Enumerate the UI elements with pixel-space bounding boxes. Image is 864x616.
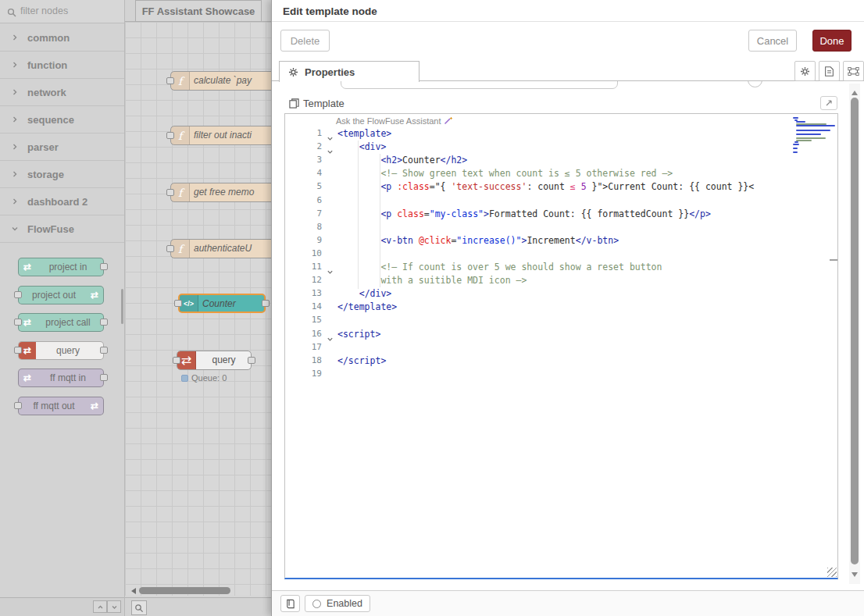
canvas-footer bbox=[125, 597, 271, 616]
palette-category-storage[interactable]: storage bbox=[0, 161, 124, 188]
flow-node-filter-out-inacti[interactable]: ffilter out inacti bbox=[170, 126, 271, 145]
node-port[interactable] bbox=[14, 347, 22, 354]
line-number: 3 bbox=[285, 155, 322, 165]
code-text: with a suitible MDI icon —> bbox=[337, 275, 527, 286]
delete-button[interactable]: Delete bbox=[280, 30, 330, 52]
scroll-up-arrow-icon[interactable] bbox=[852, 87, 858, 95]
document-icon bbox=[824, 66, 834, 77]
node-red-workspace: filter nodes commonfunctionnetworksequen… bbox=[0, 0, 864, 616]
palette-category-label: FlowFuse bbox=[27, 223, 74, 235]
dialog-scrollbar[interactable] bbox=[849, 84, 860, 584]
code-icon: </> bbox=[180, 295, 198, 312]
node-port[interactable] bbox=[14, 291, 22, 298]
cancel-button[interactable]: Cancel bbox=[748, 30, 797, 52]
code-text: </div> bbox=[337, 288, 391, 299]
node-port[interactable] bbox=[248, 357, 255, 364]
done-button[interactable]: Done bbox=[812, 30, 852, 52]
tab-properties[interactable]: Properties bbox=[279, 61, 420, 82]
flow-node-label: Counter bbox=[202, 295, 261, 312]
expand-all-button[interactable] bbox=[107, 600, 121, 613]
code-text: <template> bbox=[337, 128, 391, 139]
node-port[interactable] bbox=[166, 189, 174, 196]
code-text: </script> bbox=[337, 355, 386, 366]
line-number: 10 bbox=[285, 248, 322, 258]
flow-canvas[interactable]: FF Assistant Showcase fcalculate `payffi… bbox=[125, 0, 271, 616]
expand-editor-button[interactable] bbox=[820, 96, 837, 110]
zoom-search-button[interactable] bbox=[131, 600, 147, 615]
line-number: 15 bbox=[285, 315, 322, 325]
line-number: 8 bbox=[285, 222, 322, 232]
template-code-editor[interactable]: Ask the FlowFuse Assistant 1<template>2 … bbox=[284, 113, 838, 579]
flow-node-calculate-pay[interactable]: fcalculate `pay bbox=[170, 71, 271, 91]
node-port[interactable] bbox=[100, 347, 108, 354]
palette-node-label: query bbox=[19, 342, 103, 359]
node-port[interactable] bbox=[166, 245, 174, 252]
flow-tab[interactable]: FF Assistant Showcase bbox=[135, 0, 262, 22]
palette-filter-input[interactable]: filter nodes bbox=[0, 0, 124, 23]
code-line: 8 bbox=[285, 221, 837, 234]
palette-category-dashboard-2[interactable]: dashboard 2 bbox=[0, 188, 124, 215]
palette-category-flowfuse[interactable]: FlowFuse bbox=[0, 215, 124, 243]
library-button[interactable] bbox=[280, 595, 300, 612]
palette-category-sequence[interactable]: sequence bbox=[0, 106, 124, 134]
partial-name-input[interactable] bbox=[341, 81, 618, 89]
palette-node-query[interactable]: ⇄query bbox=[18, 341, 104, 360]
node-port[interactable] bbox=[174, 300, 182, 307]
dialog-footer: Enabled bbox=[272, 590, 864, 616]
canvas-horizontal-scrollbar[interactable] bbox=[139, 587, 230, 594]
flow-node-query[interactable]: ⇄query bbox=[177, 351, 252, 370]
palette-node-ff-mqtt-out[interactable]: ⇄ff mqtt out bbox=[18, 397, 104, 415]
palette-node-project-call[interactable]: ⇄project call bbox=[18, 313, 104, 332]
partial-help-button[interactable] bbox=[748, 81, 762, 87]
node-palette: filter nodes commonfunctionnetworksequen… bbox=[0, 0, 125, 616]
palette-node-label: project call bbox=[19, 314, 103, 331]
node-port[interactable] bbox=[166, 132, 174, 139]
palette-node-ff-mqtt-in[interactable]: ⇄ff mqtt in bbox=[18, 369, 104, 387]
node-port[interactable] bbox=[100, 374, 108, 381]
flow-node-get-free-memo[interactable]: fget free memo bbox=[170, 183, 271, 202]
enabled-toggle-button[interactable]: Enabled bbox=[305, 595, 370, 612]
palette-categories: commonfunctionnetworksequenceparserstora… bbox=[0, 24, 124, 243]
chevron-right-icon bbox=[11, 87, 19, 98]
editor-resize-grip[interactable] bbox=[827, 568, 837, 577]
code-line: 3 <h2>Counter</h2> bbox=[285, 154, 837, 167]
node-port[interactable] bbox=[100, 319, 108, 326]
palette-category-network[interactable]: network bbox=[0, 79, 124, 106]
scroll-left-arrow-icon[interactable] bbox=[128, 588, 136, 594]
palette-node-project-out[interactable]: ⇄project out bbox=[18, 286, 104, 304]
palette-scrollbar[interactable] bbox=[121, 289, 123, 324]
flow-tab-bar: FF Assistant Showcase bbox=[125, 0, 271, 22]
node-port[interactable] bbox=[173, 357, 180, 364]
node-port[interactable] bbox=[100, 263, 108, 270]
dialog-scrollbar-thumb[interactable] bbox=[851, 98, 859, 564]
code-line: 9 <v-btn @click="increase()">Increment</… bbox=[285, 234, 837, 247]
flow-node-counter[interactable]: </>Counter bbox=[178, 294, 266, 313]
node-port[interactable] bbox=[14, 402, 22, 409]
flow-node-authenticateu[interactable]: fauthenticateU bbox=[170, 239, 271, 258]
scroll-down-arrow-icon[interactable] bbox=[852, 572, 858, 580]
collapse-all-button[interactable] bbox=[93, 600, 107, 613]
assistant-hint[interactable]: Ask the FlowFuse Assistant bbox=[336, 116, 453, 126]
palette-category-label: common bbox=[27, 32, 70, 44]
code-line: 10 bbox=[285, 247, 837, 261]
code-line: 4 <!— Show green text when count is ≤ 5 … bbox=[285, 167, 837, 180]
palette-category-label: storage bbox=[27, 169, 64, 180]
editor-minimap[interactable] bbox=[793, 116, 837, 155]
dialog-title: Edit template node bbox=[283, 5, 377, 17]
palette-category-parser[interactable]: parser bbox=[0, 134, 124, 161]
line-number: 14 bbox=[285, 301, 322, 312]
copy-template-icon bbox=[289, 98, 299, 112]
node-description-button[interactable] bbox=[819, 61, 840, 81]
palette-node-project-in[interactable]: ⇄project in bbox=[18, 258, 104, 276]
node-port[interactable] bbox=[166, 77, 174, 84]
palette-category-function[interactable]: function bbox=[0, 52, 124, 79]
line-number: 13 bbox=[285, 288, 322, 298]
line-number: 5 bbox=[285, 181, 322, 191]
palette-category-common[interactable]: common bbox=[0, 24, 124, 52]
node-settings-button[interactable] bbox=[794, 61, 816, 81]
node-port[interactable] bbox=[262, 300, 270, 307]
code-text: <!— Show green text when count is ≤ 5 ot… bbox=[337, 168, 673, 179]
node-port[interactable] bbox=[14, 319, 22, 326]
node-appearance-button[interactable] bbox=[843, 61, 864, 81]
code-line: 11 <!— If count is over 5 we should show… bbox=[285, 261, 837, 274]
